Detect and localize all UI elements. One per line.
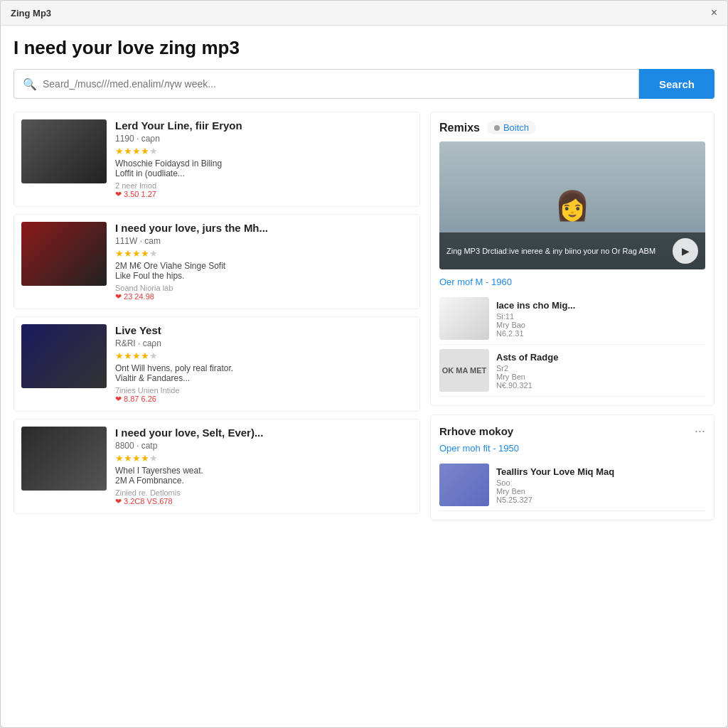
song-footer: Zinied re. Detlomis ❤ 3.2C8 VS.678 xyxy=(115,488,412,506)
song-desc: 2M M€ Ore Viahe Singe Sofit Like Foul th… xyxy=(115,261,412,281)
search-icon: 🔍 xyxy=(23,77,37,91)
mini-song-info: Asts of Radge Sr2 Mry Ben N€.90.321 xyxy=(496,352,705,390)
song-desc: Whoschie Foidaysd in Biling Loffit in (o… xyxy=(115,159,412,178)
mini-song-sub1: Si:11 xyxy=(496,312,705,321)
window-title: Zing Mp3 xyxy=(11,8,51,18)
song-card[interactable]: Lerd Your Line, fiir Eryon 1190 · caρn ★… xyxy=(14,112,420,207)
related-title: Rrhove mokoy xyxy=(439,425,513,437)
two-column-layout: Lerd Your Line, fiir Eryon 1190 · caρn ★… xyxy=(14,112,714,520)
remix-badge[interactable]: Boitch xyxy=(487,121,536,134)
song-card[interactable]: I need your love, Selt, Ever)... 8800 · … xyxy=(14,419,420,514)
song-thumbnail xyxy=(21,119,107,183)
song-title: Lerd Your Line, fiir Eryon xyxy=(115,119,412,132)
mini-song-title: Asts of Radge xyxy=(496,352,705,363)
song-info: Live Yest R&RI · caρn ★★★★★ Ont Will hve… xyxy=(115,324,412,404)
page-title: I need your love zing mp3 xyxy=(14,37,714,59)
mini-song-item[interactable]: lace ins cho Mig... Si:11 Mry Bao N6.2.3… xyxy=(439,293,705,345)
song-card[interactable]: I need your love, jurs the Mh... 111W · … xyxy=(14,214,420,309)
related-song-title: Teallirs Your Love Miq Maq xyxy=(496,466,705,477)
remix-header: Remixs Boitch xyxy=(439,121,705,134)
app-window: Zing Mp3 × I need your love zing mp3 🔍 S… xyxy=(0,0,728,728)
song-list: Lerd Your Line, fiir Eryon 1190 · caρn ★… xyxy=(14,112,420,520)
search-input[interactable] xyxy=(43,78,630,90)
related-song-sub1: Soo xyxy=(496,478,705,487)
song-desc: Whel I Tayershes weat. 2M A Fombnance. xyxy=(115,466,412,486)
mini-song-thumbnail: OK MA MET xyxy=(439,349,489,392)
search-input-wrap: 🔍 xyxy=(14,69,639,99)
mini-song-info: lace ins cho Mig... Si:11 Mry Bao N6.2.3… xyxy=(496,300,705,338)
related-song-info: Teallirs Your Love Miq Maq Soo Mry Ben N… xyxy=(496,466,705,504)
related-section-link[interactable]: Oper moh fit - 1950 xyxy=(439,443,705,454)
song-footer: 7inies Unien Intide ❤ 8.87 6.26 xyxy=(115,386,412,404)
badge-label: Boitch xyxy=(503,122,529,133)
song-thumbnail xyxy=(21,222,107,286)
song-meta: 8800 · catp xyxy=(115,441,412,451)
mini-song-sub2: Mry Bao xyxy=(496,321,705,329)
song-info: I need your love, Selt, Ever)... 8800 · … xyxy=(115,427,412,506)
search-bar: 🔍 Search xyxy=(14,69,714,99)
song-thumbnail xyxy=(21,324,107,388)
right-panel: Remixs Boitch 👩 Zing MP3 Drctiad:ive ine… xyxy=(430,112,714,520)
mini-song-sub1: Sr2 xyxy=(496,364,705,373)
song-meta: 111W · cam xyxy=(115,236,412,246)
video-overlay: Zing MP3 Drctiad:ive ineree & iny biino … xyxy=(439,232,705,269)
related-song-item[interactable]: Teallirs Your Love Miq Maq Soo Mry Ben N… xyxy=(439,459,705,511)
remix-section-link[interactable]: Oer mof M - 1960 xyxy=(439,277,705,287)
mini-song-item[interactable]: OK MA MET Asts of Radge Sr2 Mry Ben N€.9… xyxy=(439,345,705,397)
title-bar: Zing Mp3 × xyxy=(1,1,727,26)
related-header: Rrhove mokoy ··· xyxy=(439,424,705,439)
song-desc: Ont Will hvens, poly real firator. Vialt… xyxy=(115,363,412,383)
badge-dot-icon xyxy=(494,125,500,131)
song-info: I need your love, jurs the Mh... 111W · … xyxy=(115,222,412,301)
video-desc: Zing MP3 Drctiad:ive ineree & iny biino … xyxy=(446,247,655,255)
remix-title: Remixs xyxy=(439,122,480,134)
related-panel: Rrhove mokoy ··· Oper moh fit - 1950 Tea… xyxy=(430,414,714,520)
song-meta: 1190 · caρn xyxy=(115,134,412,144)
close-button[interactable]: × xyxy=(711,6,717,19)
song-card[interactable]: Live Yest R&RI · caρn ★★★★★ Ont Will hve… xyxy=(14,316,420,412)
related-song-sub2: Mry Ben xyxy=(496,487,705,496)
song-title: I need your love, Selt, Ever)... xyxy=(115,427,412,439)
more-options-button[interactable]: ··· xyxy=(695,424,705,439)
song-stars: ★★★★★ xyxy=(115,350,412,361)
mini-song-thumbnail xyxy=(439,297,489,340)
remix-panel: Remixs Boitch 👩 Zing MP3 Drctiad:ive ine… xyxy=(430,112,714,406)
song-stars: ★★★★★ xyxy=(115,453,412,464)
mini-song-sub3: N6.2.31 xyxy=(496,329,705,338)
mini-song-sub2: Mry Ben xyxy=(496,373,705,381)
song-stars: ★★★★★ xyxy=(115,146,412,156)
song-footer: Soand Nioria lab ❤ 23 24.98 xyxy=(115,284,412,301)
featured-video[interactable]: 👩 Zing MP3 Drctiad:ive ineree & iny biin… xyxy=(439,141,705,269)
song-meta: R&RI · caρn xyxy=(115,338,412,348)
related-song-thumbnail xyxy=(439,464,489,506)
song-thumbnail xyxy=(21,427,107,491)
mini-song-title: lace ins cho Mig... xyxy=(496,300,705,311)
song-title: Live Yest xyxy=(115,324,412,336)
related-song-sub3: N5.25.327 xyxy=(496,496,705,504)
mini-song-sub3: N€.90.321 xyxy=(496,381,705,390)
song-title: I need your love, jurs the Mh... xyxy=(115,222,412,234)
song-info: Lerd Your Line, fiir Eryon 1190 · caρn ★… xyxy=(115,119,412,199)
song-footer: 2 neer lmod ❤ 3.50 1.27 xyxy=(115,181,412,199)
search-button[interactable]: Search xyxy=(639,69,714,99)
main-content: I need your love zing mp3 🔍 Search Lerd … xyxy=(1,26,727,727)
play-button[interactable]: ▶ xyxy=(673,238,698,264)
song-stars: ★★★★★ xyxy=(115,248,412,259)
